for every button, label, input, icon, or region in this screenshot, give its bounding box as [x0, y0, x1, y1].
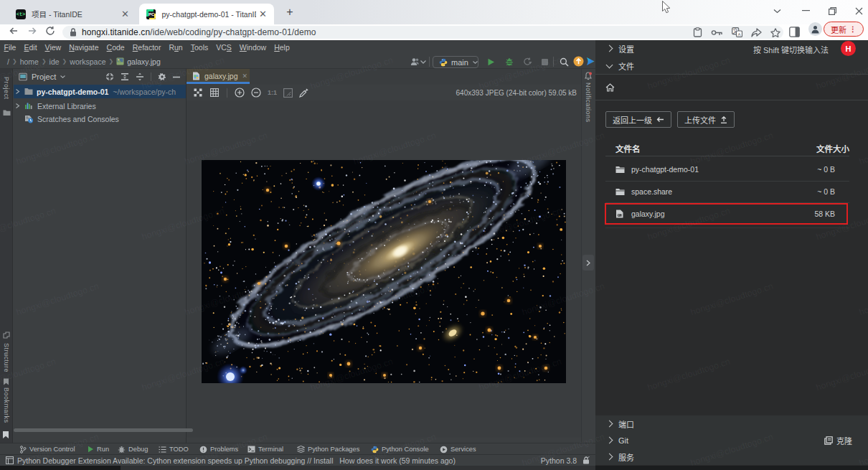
- svg-text:A: A: [738, 32, 741, 37]
